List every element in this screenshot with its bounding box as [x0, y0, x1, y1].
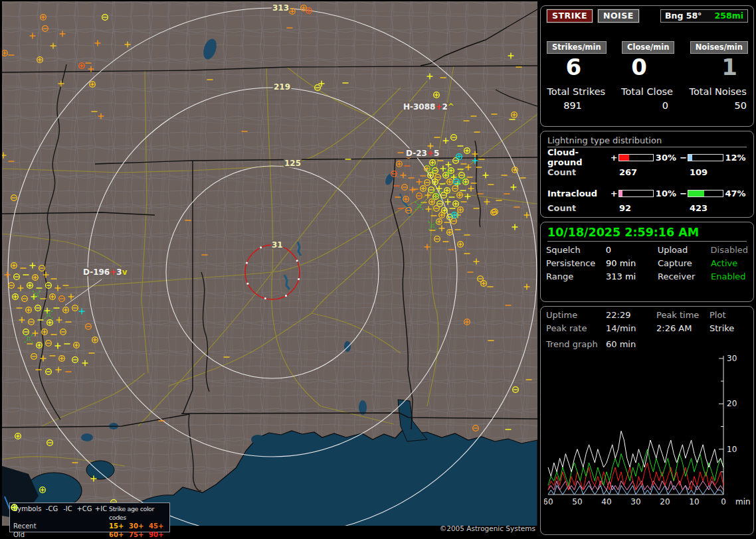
legend-symbol-icon: [60, 530, 76, 539]
bearing-label: Bng 58°: [665, 11, 702, 21]
trend-graph-value: 60 min: [606, 339, 656, 349]
ic-positive-pct: 10%: [656, 189, 680, 198]
capture-label: Capture: [658, 258, 711, 268]
legend-symbol-icon: [93, 530, 109, 539]
x-axis-tick-label: 40: [601, 497, 611, 506]
ic-count-label: Count: [547, 203, 619, 213]
total-close-value: 0: [605, 100, 683, 111]
legend-symbol-icon: [44, 522, 60, 530]
x-axis-tick-label: 0: [721, 497, 726, 506]
side-panel: STRIKE NOISE Bng 58° 258mi Strikes/min C…: [539, 0, 756, 539]
upload-label: Upload: [658, 245, 711, 255]
trend-graph-label: Trend graph: [546, 339, 606, 349]
receiver-status: Enabled: [711, 271, 746, 281]
datetime-display: 10/18/2025 2:59:16 AM: [547, 226, 747, 242]
legend-row-label: Old: [13, 530, 44, 539]
ic-positive-count: 92: [619, 203, 690, 213]
x-axis-tick-label: 10: [689, 497, 699, 506]
total-close-label: Total Close: [612, 86, 683, 97]
legend-symbol-icon: [76, 530, 93, 539]
plot-type-value: Strike: [709, 323, 734, 333]
legend-age-header: Strike age color codes: [109, 504, 166, 522]
x-axis-tick-label: 30: [630, 497, 640, 506]
trend-chart: 1020306050403020100min: [544, 354, 753, 532]
legend-col-header: -IC: [60, 504, 76, 522]
peak-rate-label: Peak rate: [546, 323, 606, 333]
strikes-rate: 6: [541, 54, 607, 80]
capture-status: Active: [711, 258, 737, 268]
range-ring-label: 313: [272, 3, 289, 13]
lightning-map[interactable]: 3133132192191251253131H-3088+2^H-3088+2^…: [2, 1, 537, 533]
cg-negative-count: 109: [690, 167, 708, 177]
plus-sign: +: [611, 153, 618, 163]
legend-symbol-icon: [93, 522, 109, 530]
cg-positive-bar: [618, 154, 654, 161]
legend-age-value: 60+: [109, 530, 129, 539]
bearing-range: 258mi: [715, 11, 743, 21]
noises-per-min-chip: Noises/min: [690, 41, 748, 54]
ic-negative-pct: 47%: [725, 189, 750, 198]
storm-cell-label: H-3088+2^: [403, 102, 454, 112]
ic-negative-bar: [688, 190, 723, 197]
cg-positive-pct: 30%: [656, 153, 680, 163]
minus-sign: −: [680, 153, 688, 163]
range-value: 313 mi: [606, 271, 658, 281]
close-rate: 0: [607, 54, 672, 80]
copyright-text: ©2005 Astrogenic Systems: [440, 524, 535, 532]
x-axis-unit: min: [735, 497, 751, 506]
legend-symbol-icon: [44, 530, 60, 539]
strike-legend: Symbols-CG-IC+CG+ICStrike age color code…: [9, 502, 170, 532]
total-noises-value: 50: [683, 100, 753, 111]
cg-count-label: Count: [547, 167, 619, 177]
peak-time-value: 2:26 AM: [656, 323, 709, 333]
squelch-value: 0: [606, 245, 658, 255]
ic-negative-count: 423: [690, 203, 708, 213]
cg-negative-pct: 12%: [725, 153, 750, 163]
receiver-label: Receiver: [658, 271, 711, 281]
peak-time-label: Peak time: [656, 310, 709, 320]
cloud-ground-label: Cloud-ground: [547, 147, 611, 167]
legend-symbol-icon: [60, 522, 76, 530]
range-label: Range: [546, 271, 606, 281]
distribution-panel: Lightning type distribution Cloud-ground…: [540, 131, 754, 218]
trend-panel: Uptime 22:29 Peak time Plot Peak rate 14…: [540, 306, 754, 535]
map-canvas[interactable]: 3133132192191251253131H-3088+2^H-3088+2^…: [2, 1, 537, 533]
y-axis-tick-label: 30: [727, 354, 737, 363]
peak-rate-value: 14/min: [606, 323, 656, 333]
legend-col-header: +CG: [76, 504, 93, 522]
close-per-min-chip: Close/min: [622, 41, 674, 54]
nexstorm-app: 3133132192191251253131H-3088+2^H-3088+2^…: [0, 0, 756, 539]
total-strikes-value: 891: [541, 100, 605, 111]
strikes-per-min-chip: Strikes/min: [547, 41, 607, 54]
y-axis-tick-label: 10: [727, 445, 737, 454]
legend-age-value: 90+: [149, 530, 166, 539]
noise-button[interactable]: NOISE: [598, 9, 639, 23]
legend-age-value: 45+: [149, 522, 166, 530]
legend-symbol-icon: [76, 522, 93, 530]
strike-button[interactable]: STRIKE: [547, 9, 593, 23]
uptime-value: 22:29: [606, 310, 656, 320]
plot-label: Plot: [709, 310, 726, 320]
range-ring-label: 219: [274, 82, 290, 92]
legend-col-header: -CG: [44, 504, 60, 522]
legend-age-value: 15+: [109, 522, 129, 530]
x-axis-tick-label: 50: [572, 497, 582, 506]
uptime-label: Uptime: [546, 310, 606, 320]
intracloud-label: Intracloud: [547, 189, 611, 198]
range-ring-label: 31: [272, 240, 283, 250]
ic-positive-bar: [618, 190, 654, 197]
y-axis-tick-label: 20: [727, 399, 737, 408]
cg-negative-bar: [688, 154, 723, 161]
persistence-value: 90 min: [606, 258, 658, 268]
trend-series-total-strikes: [548, 431, 723, 476]
upload-status: Disabled: [711, 245, 748, 255]
bearing-readout: Bng 58° 258mi: [660, 9, 748, 23]
status-panel: 10/18/2025 2:59:16 AM Squelch 0 Upload D…: [540, 222, 754, 302]
storm-cell-label: D-23+5: [406, 149, 439, 158]
persistence-label: Persistence: [546, 258, 606, 268]
squelch-label: Squelch: [546, 245, 606, 255]
cg-positive-count: 267: [619, 167, 690, 177]
counters-panel: STRIKE NOISE Bng 58° 258mi Strikes/min C…: [540, 5, 754, 127]
legend-row-label: Recent: [13, 522, 44, 530]
distribution-title: Lightning type distribution: [547, 135, 747, 147]
